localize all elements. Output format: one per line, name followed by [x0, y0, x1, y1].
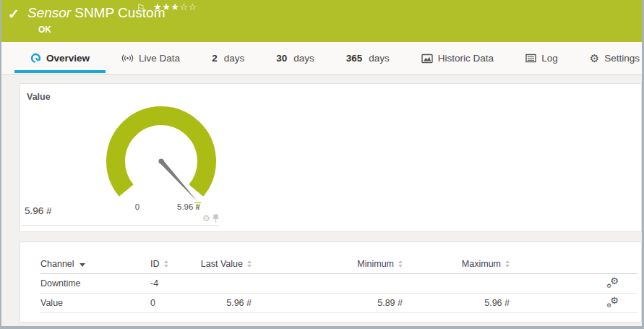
tab-label: Settings [604, 53, 640, 64]
app-window: ✓ SensorSNMP Custom ⚐ ★★★☆☆ OK Overview … [0, 0, 644, 329]
column-label: Minimum [357, 259, 394, 269]
tab-2-days[interactable]: 2 days [196, 42, 260, 74]
page-title-name: SNMP Custom [74, 5, 165, 20]
sensor-status-banner: ✓ SensorSNMP Custom ⚐ ★★★☆☆ OK [0, 0, 644, 42]
column-header-channel[interactable]: Channel [40, 259, 85, 269]
cell-maximum: 5.96 # [403, 298, 510, 308]
cell-channel: Downtime [40, 278, 150, 289]
gauge-settings-gear-icon[interactable]: ⚙ [202, 214, 210, 223]
tab-label: days [293, 53, 314, 64]
channels-table: Channel ID Last Value Minimum Maximum Do… [40, 255, 637, 313]
live-data-icon [121, 53, 134, 64]
cell-minimum: 5.89 # [252, 298, 403, 308]
channel-settings-icon[interactable]: ⚙⚙ [606, 297, 619, 309]
stars-filled: ★★★ [153, 1, 179, 12]
gauge-arc [116, 116, 207, 190]
tab-label: Live Data [139, 53, 180, 64]
tab-30-days[interactable]: 30 days [260, 42, 330, 74]
gauge-needle [160, 160, 197, 201]
table-row-value: Value 0 5.96 # 5.89 # 5.96 # ⚙⚙ [40, 294, 637, 313]
gauge-tile-divider [22, 225, 219, 226]
channels-panel: Channel ID Last Value Minimum Maximum Do… [20, 242, 642, 322]
settings-icon: ⚙ [590, 53, 599, 64]
tab-live-data[interactable]: Live Data [106, 42, 196, 74]
cell-last-value: 5.96 # [172, 298, 252, 308]
tab-label: Historic Data [438, 53, 494, 64]
sort-icon [164, 260, 168, 268]
cell-id: 0 [150, 298, 172, 308]
column-header-id[interactable]: ID [150, 259, 168, 269]
page-title-prefix: Sensor [27, 5, 71, 20]
tab-label: Overview [46, 53, 90, 64]
status-badge: OK [38, 25, 51, 35]
column-header-minimum[interactable]: Minimum [357, 259, 403, 269]
channel-settings-icon[interactable]: ⚙⚙ [606, 278, 619, 289]
column-header-last-value[interactable]: Last Value [201, 259, 252, 269]
gauge-title: Value [27, 92, 51, 102]
priority-flag-icon[interactable]: ⚐ [137, 2, 145, 13]
tab-number: 30 [276, 53, 287, 64]
gauge-scale-max: 5.96 # [160, 202, 218, 211]
table-row-downtime: Downtime -4 ⚙⚙ [40, 274, 637, 294]
cell-id: -4 [150, 278, 172, 289]
priority-star-rating[interactable]: ★★★☆☆ [153, 1, 197, 12]
tab-overview[interactable]: Overview [14, 42, 106, 74]
pin-icon[interactable] [212, 214, 219, 223]
status-check-icon: ✓ [8, 6, 20, 22]
tab-settings[interactable]: ⚙ Settings [574, 42, 642, 74]
column-label: ID [150, 259, 160, 269]
tab-label: days [224, 53, 245, 64]
tab-log[interactable]: Log [510, 42, 574, 74]
sort-icon [505, 260, 510, 268]
gauges-panel: Value x 0 5.96 # 5.96 # ⚙ [20, 83, 642, 232]
tab-label: Log [541, 53, 558, 64]
column-label: Channel [40, 259, 74, 269]
tab-bar: Overview Live Data 2 days 30 days 365 da… [1, 42, 642, 75]
tab-label: days [369, 53, 390, 64]
value-gauge: x [89, 93, 241, 219]
table-header-row: Channel ID Last Value Minimum Maximum [40, 255, 637, 274]
tab-365-days[interactable]: 365 days [330, 42, 405, 74]
historic-data-icon [421, 54, 433, 64]
cell-channel: Value [40, 298, 150, 308]
column-label: Last Value [201, 259, 243, 269]
tab-number: 365 [346, 53, 363, 64]
log-icon [525, 54, 536, 63]
stars-empty: ☆☆ [179, 1, 197, 12]
gauge-needle-hub [158, 158, 163, 163]
column-label: Maximum [462, 259, 501, 269]
gauge-icon [30, 53, 41, 64]
column-header-maximum[interactable]: Maximum [462, 259, 510, 269]
tab-number: 2 [212, 53, 218, 64]
gauge-current-value: 5.96 # [25, 205, 52, 216]
gauge-tile-actions: ⚙ [202, 214, 219, 223]
tab-historic-data[interactable]: Historic Data [405, 42, 510, 74]
gauge-scale-min: 0 [123, 202, 152, 211]
sort-desc-icon [80, 263, 85, 267]
